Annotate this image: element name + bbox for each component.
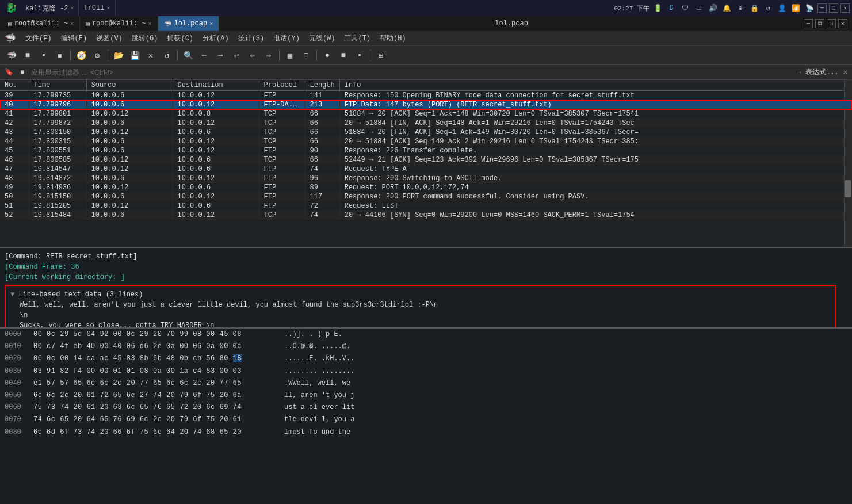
cell-src: 10.0.0.12 xyxy=(86,165,173,174)
inner-tab-pcap[interactable]: 🦈 lol.pcap ✕ xyxy=(158,16,220,31)
table-row[interactable]: 4517.80055110.0.0.610.0.0.12FTP90Respons… xyxy=(0,146,852,155)
ws-maximize-button[interactable]: □ xyxy=(827,19,836,28)
table-row[interactable]: 4919.81493610.0.0.1210.0.0.6FTP89Request… xyxy=(0,183,852,192)
toolbar-settings-icon[interactable]: ⚙ xyxy=(90,48,104,62)
inner-tab-terminal2[interactable]: ▤ root@kali1: ~ ✕ xyxy=(80,16,158,31)
menu-go[interactable]: 跳转(G) xyxy=(132,33,158,43)
cell-src: 10.0.0.6 xyxy=(86,91,173,101)
cell-len: 66 xyxy=(305,128,339,137)
menu-edit[interactable]: 编辑(E) xyxy=(61,33,87,43)
toolbar-list-icon[interactable]: ≡ xyxy=(299,48,313,62)
minimize-button[interactable]: ─ xyxy=(817,3,827,13)
menu-file[interactable]: 文件(F) xyxy=(25,33,52,43)
toolbar-small-square-icon[interactable]: ▪ xyxy=(353,48,366,62)
packet-scrollbar-thumb[interactable] xyxy=(845,180,851,197)
inner-tab-terminal2-close[interactable]: ✕ xyxy=(148,20,152,27)
menu-analyze[interactable]: 分析(A) xyxy=(203,33,229,43)
filter-label-left: ■ xyxy=(18,68,26,77)
tab-kali-close-icon[interactable]: ✕ xyxy=(70,5,74,12)
toolbar-back-icon[interactable]: ← xyxy=(197,48,211,62)
cell-time: 19.815150 xyxy=(29,192,86,201)
filter-arrow-icon[interactable]: → xyxy=(797,68,801,77)
toolbar-forward-icon[interactable]: → xyxy=(213,48,227,62)
hex-section: 000000 0c 29 5d 04 92 00 0c 29 20 70 99 … xyxy=(0,327,852,504)
toolbar-grid-icon[interactable]: ⊞ xyxy=(374,48,388,62)
cell-src: 10.0.0.6 xyxy=(86,146,173,155)
table-row[interactable]: 4117.79980110.0.0.1210.0.0.8TCP6651884 →… xyxy=(0,109,852,119)
tab-tr0ll[interactable]: Tr0ll ✕ xyxy=(79,0,115,16)
cell-dst: 10.0.0.12 xyxy=(173,211,259,220)
menu-wireless[interactable]: 无线(W) xyxy=(309,33,335,43)
toolbar-nav-icon[interactable]: 🧭 xyxy=(74,48,88,62)
toolbar-close-icon[interactable]: ✕ xyxy=(144,48,158,62)
menu-help[interactable]: 帮助(H) xyxy=(380,33,406,43)
table-row[interactable]: 4417.80031510.0.0.610.0.0.12TCP6620 → 51… xyxy=(0,137,852,146)
table-row[interactable]: 5119.81520510.0.0.1210.0.0.6FTP72Request… xyxy=(0,201,852,211)
table-row[interactable]: 4819.81487210.0.0.610.0.0.12FTP96Respons… xyxy=(0,174,852,183)
toolbar-next-icon[interactable]: ⇒ xyxy=(262,48,276,62)
working-dir-line: [Current working directory: ] xyxy=(5,272,847,282)
toolbar-dot-icon[interactable]: ● xyxy=(320,48,334,62)
toolbar-square3-icon[interactable]: ■ xyxy=(337,48,350,62)
table-row[interactable]: 5219.81548410.0.0.610.0.0.12TCP7420 → 44… xyxy=(0,211,852,220)
toolbar-pane-icon[interactable]: ▦ xyxy=(283,48,297,62)
cell-info: Response: 200 PORT command successful. C… xyxy=(339,192,851,201)
menu-phone[interactable]: 电话(Y) xyxy=(273,33,300,43)
menu-stats[interactable]: 统计(S) xyxy=(238,33,265,43)
cell-len: 117 xyxy=(305,192,339,201)
tab-tr0ll-close-icon[interactable]: ✕ xyxy=(106,5,110,12)
inner-tab-terminal1[interactable]: ▤ root@kali1: ~ ✕ xyxy=(2,16,80,31)
table-row[interactable]: 5019.81515010.0.0.610.0.0.12FTP117Respon… xyxy=(0,192,852,201)
cell-len: 66 xyxy=(305,109,339,119)
ws-minimize-button[interactable]: ─ xyxy=(804,19,813,28)
command-frame-line[interactable]: [Command Frame: 36 xyxy=(5,262,847,272)
col-time: Time xyxy=(29,80,86,91)
toolbar-undo-icon[interactable]: ↩ xyxy=(230,48,243,62)
inner-tab-pcap-close[interactable]: ✕ xyxy=(209,20,213,27)
tab-kali[interactable]: kali克隆 -2 ✕ xyxy=(21,0,79,16)
table-row[interactable]: 4017.79979610.0.0.610.0.0.12FTP-DA...213… xyxy=(0,100,852,109)
table-row[interactable]: 3917.79973510.0.0.610.0.0.12FTP141Respon… xyxy=(0,91,852,101)
menu-capture[interactable]: 捕获(C) xyxy=(167,33,193,43)
toolbar-search-icon[interactable]: 🔍 xyxy=(181,48,195,62)
hex-row: 00506c 6c 2c 20 61 72 65 6e 27 74 20 79 … xyxy=(0,390,852,402)
ws-restore-button[interactable]: ⧉ xyxy=(815,19,824,28)
cell-dst: 10.0.0.12 xyxy=(173,91,259,101)
toolbar-square2-icon[interactable]: ▪ xyxy=(37,48,51,62)
table-row[interactable]: 4217.79987210.0.0.610.0.0.12TCP6620 → 51… xyxy=(0,119,852,128)
col-src: Source xyxy=(86,80,173,91)
hex-row: 003003 91 82 f4 00 00 01 01 08 0a 00 1a … xyxy=(0,365,852,377)
expression-button[interactable]: 表达式... xyxy=(805,67,839,77)
table-row[interactable]: 4617.80058510.0.0.1210.0.0.6TCP6652449 →… xyxy=(0,155,852,165)
table-row[interactable]: 4317.80015010.0.0.1210.0.0.6TCP6651884 →… xyxy=(0,128,852,137)
maximize-button[interactable]: □ xyxy=(829,3,838,13)
toolbar-shark-icon[interactable]: 🦈 xyxy=(5,48,18,62)
toolbar-save-icon[interactable]: 💾 xyxy=(128,48,142,62)
toolbar-prev-icon[interactable]: ⇐ xyxy=(246,48,259,62)
inner-tab-terminal1-close[interactable]: ✕ xyxy=(70,20,74,27)
toolbar-square-icon[interactable]: ■ xyxy=(21,48,35,62)
cell-len: 66 xyxy=(305,137,339,146)
toolbar-reload-icon[interactable]: ↺ xyxy=(160,48,174,62)
cell-no: 40 xyxy=(0,100,29,109)
cell-time: 17.799735 xyxy=(29,91,86,101)
hex-ascii: ust a cl ever lit xyxy=(284,402,354,413)
toolbar-open-icon[interactable]: 📂 xyxy=(112,48,125,62)
filter-close-icon[interactable]: ✕ xyxy=(843,68,847,77)
toolbar-stop-icon[interactable]: ◾ xyxy=(53,48,67,62)
table-row[interactable]: 4719.81454710.0.0.1210.0.0.6FTP74Request… xyxy=(0,165,852,174)
cell-len: 90 xyxy=(305,146,339,155)
expand-icon[interactable]: ▼ xyxy=(10,291,14,299)
cell-proto: TCP xyxy=(259,109,305,119)
hex-highlight: 18 xyxy=(233,354,242,362)
close-button[interactable]: ✕ xyxy=(840,3,850,13)
hex-bytes: 00 c7 4f eb 40 00 40 06 d6 2e 0a 00 06 0… xyxy=(33,341,275,352)
cell-len: 66 xyxy=(305,155,339,165)
cell-src: 10.0.0.6 xyxy=(86,137,173,146)
cell-src: 10.0.0.6 xyxy=(86,174,173,183)
sep3 xyxy=(177,49,178,61)
filter-input[interactable] xyxy=(31,68,792,77)
menu-tools[interactable]: 工具(T) xyxy=(344,33,370,43)
ws-close-button[interactable]: ✕ xyxy=(838,19,847,28)
menu-view[interactable]: 视图(V) xyxy=(96,33,123,43)
